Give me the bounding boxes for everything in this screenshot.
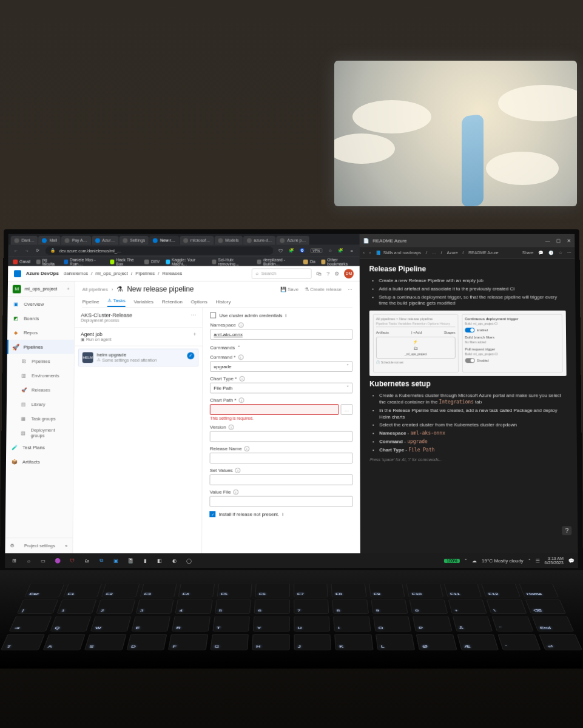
maximize-icon[interactable]: ▢	[556, 238, 561, 243]
shield-icon[interactable]: 🛡	[67, 555, 78, 566]
info-icon[interactable]: i	[234, 490, 239, 495]
bookmark-item[interactable]: Kaggle: Your Machi…	[166, 257, 206, 266]
nav-back-icon[interactable]: ‹	[363, 251, 364, 255]
help-icon[interactable]: ?	[562, 526, 572, 535]
avatar[interactable]: DM	[344, 269, 354, 278]
address-bar[interactable]: 🔒 dev.azure.com/danielemos/ml_…	[45, 246, 273, 255]
sidebar-sub-library[interactable]: ▤Library	[7, 397, 74, 411]
browser-tab[interactable]: Azure p…	[277, 236, 309, 245]
more-icon[interactable]: ⋯	[191, 312, 197, 323]
add-icon[interactable]: +	[67, 286, 70, 292]
comments-icon[interactable]: 💬	[538, 251, 544, 255]
sidebar-item-overview[interactable]: ▣Overview	[8, 297, 75, 311]
info-icon[interactable]: i	[244, 446, 250, 451]
app-icon[interactable]: ◐	[169, 555, 180, 566]
sidebar-item-pipelines[interactable]: 🚀Pipelines	[7, 340, 74, 354]
code-icon[interactable]: ⧉	[96, 555, 107, 566]
browser-tab[interactable]: Mail	[38, 236, 61, 245]
discord-icon[interactable]: 🟣	[52, 555, 63, 566]
browser-tab[interactable]: azure-d…	[243, 236, 276, 245]
sidebar-item-testplans[interactable]: 🧪Test Plans	[6, 440, 73, 454]
sidebar-sub-depgroups[interactable]: ▧Deployment groups	[6, 426, 73, 440]
nav-forward-icon[interactable]: ›	[369, 251, 371, 255]
bookmark-other[interactable]: Other bookmarks	[322, 257, 355, 266]
bookmark-item[interactable]: pg faculta	[36, 257, 58, 266]
info-icon[interactable]: i	[239, 376, 244, 382]
bookmark-item[interactable]: Hack The Box	[110, 257, 138, 266]
share-button[interactable]: Share	[522, 251, 534, 255]
vscode-icon[interactable]: ▣	[110, 555, 121, 566]
breadcrumb-link[interactable]: danielemos	[64, 271, 89, 276]
sidebar-sub-pipelines[interactable]: ⛓Pipelines	[7, 354, 74, 368]
use-admin-credentials-checkbox[interactable]: Use cluster admin credentials i	[211, 312, 352, 318]
notion-icon[interactable]: 📓	[125, 555, 136, 566]
tab-retention[interactable]: Retention	[162, 299, 183, 307]
github-icon[interactable]: ◯	[183, 555, 194, 566]
bookmark-item[interactable]: DEV	[144, 259, 160, 264]
bookmark-item[interactable]: deeplizard - Buildin…	[257, 257, 297, 266]
explorer-icon[interactable]: 🗂	[81, 555, 92, 566]
namespace-input[interactable]: aml-aks-onnx	[210, 329, 352, 340]
chart-path-input[interactable]	[210, 404, 339, 415]
taskview-icon[interactable]: ▭	[38, 555, 49, 566]
breadcrumb-link[interactable]: Releases	[162, 271, 182, 276]
project-selector[interactable]: M ml_ops_project +	[8, 281, 75, 297]
sidebar-item-boards[interactable]: ◩Boards	[7, 311, 74, 326]
breadcrumb-link[interactable]: ml_ops_project	[95, 271, 128, 276]
more-icon[interactable]: ⋯	[348, 286, 352, 292]
value-file-input[interactable]	[210, 496, 353, 507]
crumb-item[interactable]: README Azure	[468, 251, 498, 255]
tab-tasks[interactable]: ⚠Tasks	[107, 298, 125, 307]
weather-widget[interactable]: 19°C Mostly cloudy	[482, 558, 524, 564]
tab-variables[interactable]: Variables	[133, 299, 153, 307]
help-icon[interactable]: ?	[326, 271, 329, 277]
nav-back-icon[interactable]: ←	[13, 248, 19, 254]
info-icon[interactable]: i	[238, 354, 243, 360]
bookmark-item[interactable]: Sci-Hub: removing…	[212, 257, 251, 266]
cloud-icon[interactable]: ☁	[472, 558, 477, 564]
notifications-icon[interactable]: 💬	[568, 558, 575, 564]
agent-job[interactable]: Agent job ▣ Run on agent +	[75, 328, 203, 346]
crumb-item[interactable]: 📘 Skills and roadmaps	[376, 251, 421, 255]
project-settings-link[interactable]: ⚙ Project settings «	[5, 538, 72, 553]
sidebar-item-artifacts[interactable]: 📦Artifacts	[6, 454, 73, 469]
info-icon[interactable]: i	[228, 425, 234, 430]
clock-date[interactable]: 6/25/2023	[545, 561, 564, 565]
info-icon[interactable]: i	[285, 312, 286, 318]
crumb-item[interactable]: Azure	[447, 251, 457, 255]
nav-reload-icon[interactable]: ⟳	[35, 248, 41, 254]
tab-history[interactable]: History	[216, 299, 231, 307]
close-icon[interactable]: ✕	[567, 238, 571, 243]
create-release-button[interactable]: ⚗ Create release	[305, 286, 342, 292]
extension-icon[interactable]: 🧿	[299, 248, 305, 254]
info-icon[interactable]: i	[238, 397, 244, 403]
collapse-icon[interactable]: «	[65, 543, 67, 548]
info-icon[interactable]: i	[282, 511, 283, 517]
more-icon[interactable]: ⋯	[567, 251, 571, 255]
browser-tab-active[interactable]: New r…	[149, 236, 179, 245]
browser-menu-icon[interactable]: ≡	[349, 248, 355, 254]
browser-tab[interactable]: Dani…	[11, 236, 38, 245]
start-button[interactable]: ⊞	[8, 555, 19, 566]
task-helm-upgrade[interactable]: HELM helm upgrade ⚠Some settings need at…	[78, 349, 199, 366]
sidebar-sub-taskgroups[interactable]: ▦Task groups	[7, 411, 74, 426]
release-name-input[interactable]	[210, 453, 353, 463]
set-values-input[interactable]	[210, 474, 353, 485]
battery-badge[interactable]: 100%	[444, 559, 460, 563]
breadcrumb-link[interactable]: Pipelines	[135, 271, 155, 276]
browser-tab[interactable]: Settings	[119, 236, 149, 245]
extension-icon[interactable]: 🛡	[278, 248, 284, 254]
settings-icon[interactable]: ⚙	[334, 271, 339, 277]
save-button[interactable]: 💾 Save	[280, 286, 298, 292]
info-icon[interactable]: i	[238, 322, 244, 328]
extensions-menu-icon[interactable]: 🧩	[338, 248, 344, 254]
updates-icon[interactable]: 🕓	[548, 251, 554, 255]
terminal-icon[interactable]: ▮	[140, 555, 150, 566]
marketplace-icon[interactable]: 🛍	[316, 271, 322, 277]
clock-time[interactable]: 3:13 AM	[548, 556, 564, 561]
vpn-badge[interactable]: VPN	[310, 248, 322, 253]
bookmark-item[interactable]: Gmail	[13, 259, 30, 264]
chart-type-select[interactable]: File Path˅	[210, 383, 352, 394]
nav-forward-icon[interactable]: →	[24, 248, 30, 254]
sidebar-sub-environments[interactable]: ▥Environments	[7, 368, 73, 383]
